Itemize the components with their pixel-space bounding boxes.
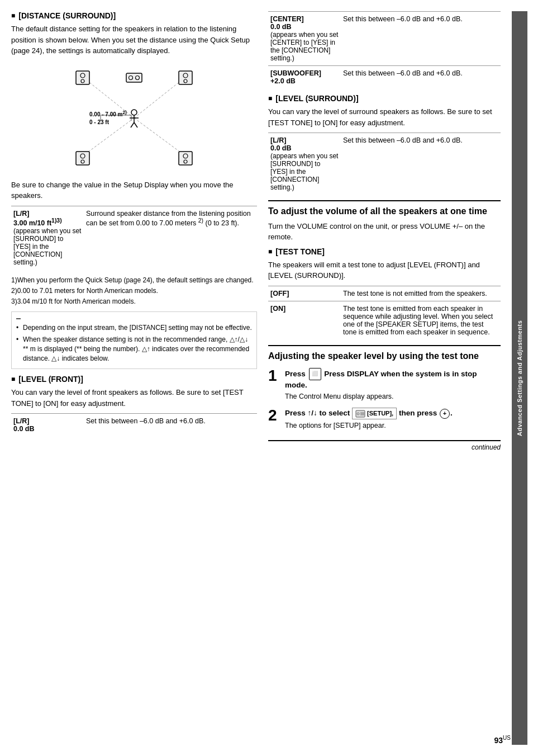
sub-label: [SUBWOOFER] bbox=[270, 69, 321, 77]
step-2-sub: The options for [SETUP] appear. bbox=[285, 421, 501, 431]
footnote-2: 2)0.00 to 7.01 meters for North American… bbox=[11, 286, 257, 296]
note-bullet-2: When the speaker distance setting is not… bbox=[16, 335, 252, 363]
step-1-instruction: Press ⬜ Press DISPLAY when the system is… bbox=[285, 368, 501, 391]
table-row: [L/R] 3.00 m/10 ft1)3) (appears when you… bbox=[11, 206, 257, 270]
center-desc: (appears when you set [CENTER] to [YES] … bbox=[270, 31, 338, 62]
note-box: Depending on the input stream, the [DIST… bbox=[11, 311, 257, 369]
lf-value: 0.0 dB bbox=[13, 425, 35, 433]
adj-section: Adjusting the speaker level by using the… bbox=[268, 345, 501, 362]
level-front-table: [L/R] 0.0 dB Set this between –6.0 dB an… bbox=[11, 413, 257, 436]
note-header bbox=[16, 318, 21, 319]
off-right: The test tone is not emitted from the sp… bbox=[341, 286, 501, 301]
step-1-sub: The Control Menu display appears. bbox=[285, 392, 501, 402]
distance-label: 0.00 - 7.00 m2) 0 - 23 ft bbox=[89, 109, 127, 126]
left-column: [DISTANCE (SURROUND)] The default distan… bbox=[11, 11, 257, 745]
svg-line-20 bbox=[134, 122, 137, 127]
speaker-surround-right bbox=[175, 148, 196, 168]
section-distance-title: [DISTANCE (SURROUND)] bbox=[11, 11, 257, 20]
step-1-number: 1 bbox=[268, 368, 280, 402]
right-column: [CENTER] 0.0 dB (appears when you set [C… bbox=[268, 11, 501, 745]
volume-section: To adjust the volume of all the speakers… bbox=[268, 200, 501, 243]
step-2-content: Press ↑/↓ to select [SETUP], then bbox=[285, 408, 501, 431]
volume-heading: To adjust the volume of all the speakers… bbox=[268, 206, 501, 218]
step-2-number: 2 bbox=[268, 408, 280, 431]
table-row: [CENTER] 0.0 dB (appears when you set [C… bbox=[268, 12, 501, 66]
center-value: 0.0 dB bbox=[270, 23, 292, 31]
section-level-surround-title: [LEVEL (SURROUND)] bbox=[268, 94, 501, 103]
setup-label: [SETUP], bbox=[367, 409, 393, 418]
section-level-front-title: [LEVEL (FRONT)] bbox=[11, 375, 257, 384]
footnote-1: 1)When you perform the Quick Setup (page… bbox=[11, 275, 257, 286]
caption-below-diagram: Be sure to change the value in the Setup… bbox=[11, 179, 257, 201]
ls-value: 0.0 dB bbox=[270, 144, 292, 152]
lf-label: [L/R] bbox=[13, 417, 29, 425]
level-surround-table: [L/R] 0.0 dB (appears when you set [SURR… bbox=[268, 133, 501, 195]
lr-value: 3.00 m/10 ft1)3) bbox=[13, 219, 62, 227]
off-label: [OFF] bbox=[270, 290, 289, 297]
table-row: [SUBWOOFER] +2.0 dB Set this between –6.… bbox=[268, 66, 501, 89]
ls-desc: (appears when you set [SURROUND] to [YES… bbox=[270, 152, 338, 191]
page-number: 93US bbox=[494, 735, 511, 745]
lr-desc: (appears when you set [SURROUND] to [YES… bbox=[13, 227, 81, 266]
speaker-center bbox=[124, 68, 144, 88]
display-button-icon: ⬜ bbox=[309, 368, 321, 380]
side-tab: Advanced Settings and Adjustments bbox=[512, 11, 527, 745]
sub-right: Set this between –6.0 dB and +6.0 dB. bbox=[341, 66, 501, 89]
test-tone-table: [OFF] The test tone is not emitted from … bbox=[268, 286, 501, 339]
continued-line: continued bbox=[268, 440, 501, 451]
speaker-front-left bbox=[73, 68, 93, 88]
speaker-diagram: 0.00 - 7.00 m2) 0 - 23 ft bbox=[61, 62, 207, 174]
svg-point-16 bbox=[131, 110, 137, 115]
lr-right: Surround speaker distance from the liste… bbox=[84, 206, 257, 270]
step-2-instruction: Press ↑/↓ to select [SETUP], then bbox=[285, 408, 501, 419]
section-distance-para: The default distance setting for the spe… bbox=[11, 23, 257, 56]
step-2-container: 2 Press ↑/↓ to select [SET bbox=[268, 408, 501, 431]
on-label: [ON] bbox=[270, 305, 285, 313]
speaker-front-right bbox=[175, 68, 196, 88]
adj-heading: Adjusting the speaker level by using the… bbox=[268, 351, 501, 362]
center-sub-table: [CENTER] 0.0 dB (appears when you set [C… bbox=[268, 11, 501, 88]
footnote-3: 3)3.04 m/10 ft for North American models… bbox=[11, 296, 257, 307]
sub-value: +2.0 dB bbox=[270, 77, 296, 85]
svg-line-19 bbox=[131, 122, 134, 127]
center-label: [CENTER] bbox=[270, 15, 304, 23]
volume-para: Turn the VOLUME control on the unit, or … bbox=[268, 221, 501, 243]
continued-text: continued bbox=[472, 443, 501, 451]
enter-button: + bbox=[440, 409, 450, 419]
ls-label: [L/R] bbox=[270, 136, 286, 144]
lf-right: Set this between –6.0 dB and +6.0 dB. bbox=[84, 414, 257, 437]
distance-table: [L/R] 3.00 m/10 ft1)3) (appears when you… bbox=[11, 206, 257, 270]
listener-icon bbox=[126, 108, 142, 128]
footnotes: 1)When you perform the Quick Setup (page… bbox=[11, 275, 257, 308]
table-row: [L/R] 0.0 dB Set this between –6.0 dB an… bbox=[11, 414, 257, 437]
speaker-surround-left bbox=[73, 148, 93, 168]
note-bullet-1: Depending on the input stream, the [DIST… bbox=[16, 323, 252, 333]
section-level-surround-para: You can vary the level of surround speak… bbox=[268, 106, 501, 128]
on-right: The test tone is emitted from each speak… bbox=[341, 301, 501, 339]
section-test-tone-title: [TEST TONE] bbox=[268, 247, 501, 256]
step-1-container: 1 Press ⬜ Press DISPLAY when the system … bbox=[268, 368, 501, 402]
step-1-content: Press ⬜ Press DISPLAY when the system is… bbox=[285, 368, 501, 402]
lr-label: [L/R] bbox=[13, 210, 29, 218]
table-row: [OFF] The test tone is not emitted from … bbox=[268, 286, 501, 301]
center-right: Set this between –6.0 dB and +6.0 dB. bbox=[341, 12, 501, 66]
ls-right: Set this between –6.0 dB and +6.0 dB. bbox=[341, 133, 501, 195]
setup-icon: [SETUP], bbox=[352, 408, 397, 419]
section-test-tone-para: The speakers will emit a test tone to ad… bbox=[268, 259, 501, 281]
table-row: [L/R] 0.0 dB (appears when you set [SURR… bbox=[268, 133, 501, 195]
section-level-front-para: You can vary the level of front speakers… bbox=[11, 387, 257, 409]
table-row: [ON] The test tone is emitted from each … bbox=[268, 301, 501, 339]
